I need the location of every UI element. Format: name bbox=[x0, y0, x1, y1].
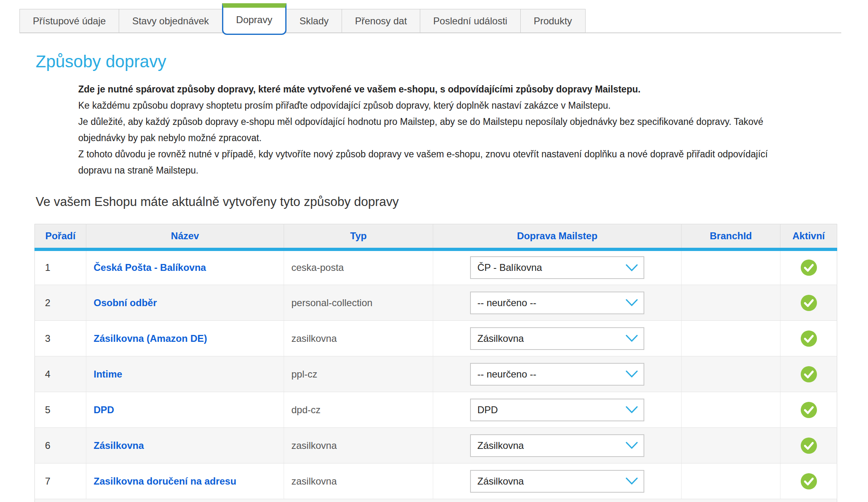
active-cell bbox=[780, 321, 837, 356]
intro-paragraph: Z tohoto důvodu je rovněž nutné v případ… bbox=[78, 146, 792, 178]
table-row: 7Zasilkovna doručení na adresuzasilkovna… bbox=[35, 463, 837, 499]
table-row: 1Česká Pošta - Balíkovnaceska-postaČP - … bbox=[35, 249, 837, 285]
order-cell: 1 bbox=[35, 249, 86, 285]
column-header-branchid: BranchId bbox=[682, 224, 780, 249]
tab-dopravy[interactable]: Dopravy bbox=[222, 3, 286, 35]
branchid-cell bbox=[682, 463, 780, 499]
active-check-icon bbox=[800, 366, 817, 383]
order-cell: 4 bbox=[35, 356, 86, 392]
mailstep-transport-select[interactable]: Zásilkovna bbox=[470, 470, 644, 493]
column-header-doprava-mailstep: Doprava Mailstep bbox=[433, 224, 682, 249]
order-cell: 6 bbox=[35, 428, 86, 463]
order-cell: 3 bbox=[35, 321, 86, 356]
column-header-poradi: Pořadí bbox=[35, 224, 86, 249]
order-cell: 5 bbox=[35, 392, 86, 428]
tab-strip: Přístupové údajeStavy objednávekDopravyS… bbox=[19, 3, 841, 33]
mailstep-cell: -- neurčeno -- bbox=[433, 356, 682, 392]
name-cell: Intime bbox=[86, 356, 284, 392]
chevron-down-icon bbox=[626, 299, 638, 307]
table-row: 2Osobní odběrpersonal-collection-- neurč… bbox=[35, 285, 837, 321]
tab-prenosy-dat[interactable]: Přenosy dat bbox=[342, 9, 420, 32]
tab-stavy-objednavek[interactable]: Stavy objednávek bbox=[119, 9, 222, 32]
branchid-cell bbox=[682, 356, 780, 392]
order-cell: 2 bbox=[35, 285, 86, 321]
type-cell: zasilkovna bbox=[284, 321, 433, 356]
mailstep-cell: Zásilkovna bbox=[433, 321, 682, 356]
active-check-icon bbox=[800, 473, 817, 490]
active-cell bbox=[780, 428, 837, 463]
transport-name-link[interactable]: Zasilkovna doručení na adresu bbox=[94, 476, 236, 487]
mailstep-transport-select[interactable]: DPD bbox=[470, 399, 644, 421]
transport-name-link[interactable]: DPD bbox=[94, 404, 114, 415]
chevron-down-icon bbox=[626, 335, 638, 342]
mailstep-cell: Zásilkovna bbox=[433, 428, 682, 463]
table-heading: Ve vašem Eshopu máte aktuálně vytvořeny … bbox=[36, 195, 868, 209]
name-cell: Česká Pošta - Balíkovna bbox=[86, 249, 284, 285]
active-cell bbox=[780, 392, 837, 428]
type-cell: personal-collection bbox=[284, 285, 433, 321]
type-cell: zasilkovna bbox=[284, 463, 433, 499]
selected-transport-value: Zásilkovna bbox=[477, 440, 524, 451]
transport-name-link[interactable]: Intime bbox=[94, 369, 122, 380]
name-cell: DPD bbox=[86, 392, 284, 428]
intro-paragraph: Ke každému způsobu dopravy shoptetu pros… bbox=[78, 97, 792, 114]
table-row bbox=[35, 499, 837, 502]
table-row: 4Intimeppl-cz-- neurčeno -- bbox=[35, 356, 837, 392]
chevron-down-icon bbox=[626, 406, 638, 414]
branchid-cell bbox=[682, 249, 780, 285]
chevron-down-icon bbox=[626, 442, 638, 449]
selected-transport-value: Zásilkovna bbox=[477, 333, 524, 344]
branchid-cell bbox=[682, 321, 780, 356]
mailstep-transport-select[interactable]: Zásilkovna bbox=[470, 434, 644, 457]
selected-transport-value: -- neurčeno -- bbox=[477, 297, 536, 309]
mailstep-transport-select[interactable]: ČP - Balíkovna bbox=[470, 256, 644, 279]
active-cell bbox=[780, 285, 837, 321]
mailstep-cell: Zásilkovna bbox=[433, 463, 682, 499]
tab-produkty[interactable]: Produkty bbox=[520, 9, 586, 32]
tab-sklady[interactable]: Sklady bbox=[286, 9, 342, 32]
branchid-cell bbox=[682, 392, 780, 428]
transport-name-link[interactable]: Zásilkovna (Amazon DE) bbox=[94, 333, 207, 344]
transport-name-link[interactable]: Zásilkovna bbox=[94, 440, 144, 451]
active-check-icon bbox=[800, 437, 817, 454]
branchid-cell bbox=[682, 285, 780, 321]
active-cell bbox=[780, 249, 837, 285]
transport-name-link[interactable]: Česká Pošta - Balíkovna bbox=[94, 262, 206, 273]
transport-table: Pořadí Název Typ Doprava Mailstep Branch… bbox=[34, 224, 837, 502]
chevron-down-icon bbox=[626, 264, 638, 272]
intro-paragraph: Zde je nutné spárovat způsoby dopravy, k… bbox=[78, 81, 792, 97]
column-header-nazev: Název bbox=[86, 224, 284, 249]
mailstep-cell: -- neurčeno -- bbox=[433, 285, 682, 321]
transport-name-link[interactable]: Osobní odběr bbox=[94, 297, 157, 308]
name-cell: Zásilkovna bbox=[86, 428, 284, 463]
active-check-icon bbox=[800, 330, 817, 347]
intro-paragraph: Je důležité, aby každý způsob dopravy e-… bbox=[78, 114, 792, 146]
selected-transport-value: -- neurčeno -- bbox=[477, 369, 536, 380]
selected-transport-value: DPD bbox=[477, 404, 498, 416]
table-row: 6ZásilkovnazasilkovnaZásilkovna bbox=[35, 428, 837, 463]
mailstep-cell: DPD bbox=[433, 392, 682, 428]
type-cell: zasilkovna bbox=[284, 428, 433, 463]
mailstep-transport-select[interactable]: -- neurčeno -- bbox=[470, 292, 644, 314]
intro-text: Zde je nutné spárovat způsoby dopravy, k… bbox=[78, 81, 792, 178]
active-check-icon bbox=[800, 259, 817, 276]
active-cell bbox=[780, 356, 837, 392]
type-cell: dpd-cz bbox=[284, 392, 433, 428]
column-header-typ: Typ bbox=[284, 224, 433, 249]
name-cell: Osobní odběr bbox=[86, 285, 284, 321]
name-cell: Zasilkovna doručení na adresu bbox=[86, 463, 284, 499]
transport-table-header: Pořadí Název Typ Doprava Mailstep Branch… bbox=[35, 224, 837, 249]
table-row: 3Zásilkovna (Amazon DE)zasilkovnaZásilko… bbox=[35, 321, 837, 356]
mailstep-cell: ČP - Balíkovna bbox=[433, 249, 682, 285]
selected-transport-value: Zásilkovna bbox=[477, 476, 524, 487]
chevron-down-icon bbox=[626, 477, 638, 485]
tab-posledni-udalosti[interactable]: Poslední události bbox=[420, 9, 521, 32]
tab-pristupove-udaje[interactable]: Přístupové údaje bbox=[19, 9, 119, 32]
order-cell: 7 bbox=[35, 463, 86, 499]
active-check-icon bbox=[800, 294, 817, 311]
type-cell: ceska-posta bbox=[284, 249, 433, 285]
mailstep-transport-select[interactable]: Zásilkovna bbox=[470, 327, 644, 350]
branchid-cell bbox=[682, 428, 780, 463]
mailstep-transport-select[interactable]: -- neurčeno -- bbox=[470, 363, 644, 386]
page-title: Způsoby dopravy bbox=[36, 52, 868, 71]
